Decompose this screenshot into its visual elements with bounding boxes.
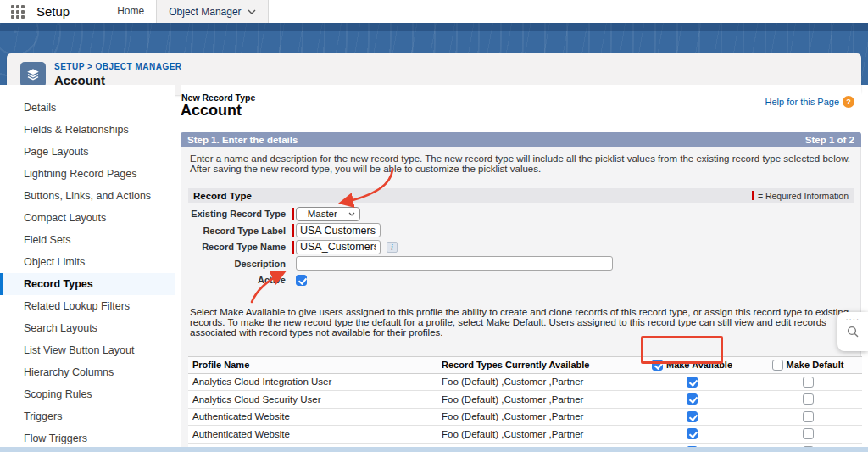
chevron-down-icon — [348, 212, 355, 216]
form-row-existing-record-type: Existing Record Type --Master-- — [188, 207, 854, 220]
sidebar-item-page-layouts[interactable]: Page Layouts — [0, 141, 175, 163]
help-link-label[interactable]: Help for this Page — [765, 97, 839, 107]
salesforce-setup-page: Setup Home Object Manager SETUP > OBJECT… — [0, 0, 868, 452]
profile-name-cell: Analytics Cloud Security User — [188, 394, 440, 405]
sidebar-item-compact-layouts[interactable]: Compact Layouts — [0, 207, 175, 229]
object-manager-sidebar: Details Fields & Relationships Page Layo… — [0, 85, 175, 447]
sidebar-item-scoping-rules[interactable]: Scoping Rules — [0, 383, 175, 405]
app-launcher-icon[interactable] — [11, 3, 28, 20]
record-type-form: Existing Record Type --Master-- Record T… — [188, 207, 854, 287]
sidebar-item-fields-relationships[interactable]: Fields & Relationships — [0, 119, 175, 141]
profiles-table-header: Profile Name Record Types Currently Avai… — [188, 356, 862, 374]
make-available-checkbox[interactable] — [687, 411, 698, 422]
page-title: Account — [181, 102, 242, 120]
make-default-checkbox[interactable] — [803, 377, 814, 388]
description-label: Description — [188, 259, 292, 269]
existing-record-type-label: Existing Record Type — [188, 209, 292, 219]
record-type-name-input[interactable] — [296, 240, 381, 254]
make-available-help-text: Select Make Available to give users assi… — [190, 307, 852, 338]
table-row: Authenticated Website Foo (Default) ,Cus… — [188, 426, 862, 444]
profile-name-cell: Analytics Cloud Integration User — [188, 377, 440, 387]
record-type-label-input[interactable] — [296, 223, 381, 237]
record-type-label-label: Record Type Label — [188, 226, 292, 236]
description-input[interactable] — [296, 256, 613, 271]
col-record-types: Record Types Currently Available — [440, 360, 631, 370]
tab-object-manager-label: Object Manager — [169, 1, 241, 23]
record-type-name-label: Record Type Name — [188, 242, 292, 252]
tab-object-manager[interactable]: Object Manager — [156, 0, 268, 23]
required-bar-icon — [752, 191, 754, 200]
app-title: Setup — [36, 0, 70, 23]
table-row: Authenticated Website Foo (Default) ,Cus… — [188, 409, 862, 427]
record-types-cell: Foo (Default) ,Customer ,Partner — [440, 377, 631, 387]
app-bar: Setup Home Object Manager — [0, 0, 868, 23]
required-note-label: = Required Information — [758, 191, 849, 201]
table-row: Analytics Cloud Integration User Foo (De… — [188, 374, 862, 392]
col-make-default: Make Default — [754, 360, 862, 371]
sidebar-item-object-limits[interactable]: Object Limits — [0, 251, 175, 273]
sidebar-item-search-layouts[interactable]: Search Layouts — [0, 317, 175, 339]
step-body: Enter a name and description for the new… — [181, 147, 861, 452]
profiles-table: Profile Name Record Types Currently Avai… — [188, 356, 862, 452]
table-row: Analytics Cloud Security User Foo (Defau… — [188, 391, 862, 409]
object-layers-icon — [20, 62, 46, 87]
make-available-header-checkbox[interactable] — [652, 360, 663, 371]
sidebar-item-related-lookup-filters[interactable]: Related Lookup Filters — [0, 295, 175, 317]
banner-top-strip — [0, 23, 868, 31]
make-default-checkbox[interactable] — [803, 428, 814, 439]
form-row-description: Description — [188, 257, 854, 271]
help-for-this-page[interactable]: Help for this Page ? — [765, 96, 854, 108]
sidebar-item-lightning-record-pages[interactable]: Lightning Record Pages — [0, 163, 175, 185]
existing-record-type-value: --Master-- — [301, 209, 343, 219]
active-label: Active — [188, 275, 292, 285]
col-make-available: Make Available — [631, 360, 754, 371]
sidebar-item-field-sets[interactable]: Field Sets — [0, 229, 175, 251]
required-information-note: = Required Information — [752, 191, 849, 201]
step-indicator: Step 1 of 2 — [805, 135, 854, 145]
required-bar-icon — [292, 224, 294, 237]
record-types-cell: Foo (Default) ,Customer ,Partner — [440, 394, 631, 405]
make-available-checkbox[interactable] — [687, 377, 698, 388]
main-content: New Record Type Account Help for this Pa… — [181, 85, 861, 447]
step-header: Step 1. Enter the details Step 1 of 2 — [181, 132, 861, 147]
make-default-header-label: Make Default — [787, 360, 844, 370]
col-profile-name: Profile Name — [188, 360, 440, 370]
make-available-header-label: Make Available — [666, 360, 732, 370]
profile-name-cell: Authenticated Website — [188, 411, 440, 421]
record-types-cell: Foo (Default) ,Customer ,Partner — [440, 411, 631, 421]
step-title: Step 1. Enter the details — [187, 135, 298, 145]
sidebar-item-list-view-button-layout[interactable]: List View Button Layout — [0, 339, 175, 361]
sidebar-item-record-types[interactable]: Record Types — [0, 273, 175, 295]
help-question-icon[interactable]: ? — [843, 96, 854, 108]
step-description: Enter a name and description for the new… — [190, 153, 852, 174]
profile-name-cell: Authenticated Website — [188, 429, 440, 439]
page-bottom-edge — [0, 447, 868, 452]
sidebar-item-buttons-links-actions[interactable]: Buttons, Links, and Actions — [0, 185, 175, 207]
existing-record-type-select[interactable]: --Master-- — [296, 207, 360, 221]
record-type-section-title: Record Type — [193, 191, 252, 201]
make-available-checkbox[interactable] — [687, 393, 698, 405]
step-box: Step 1. Enter the details Step 1 of 2 En… — [181, 132, 861, 452]
sidebar-item-triggers[interactable]: Triggers — [0, 405, 175, 427]
make-default-checkbox[interactable] — [803, 411, 814, 422]
setup-banner: SETUP > OBJECT MANAGER Account — [0, 23, 868, 85]
sidebar-item-hierarchy-columns[interactable]: Hierarchy Columns — [0, 361, 175, 383]
sidebar-item-details[interactable]: Details — [0, 97, 175, 119]
breadcrumb[interactable]: SETUP > OBJECT MANAGER — [54, 62, 182, 71]
screenshot-tool-widget[interactable]: ···· — [837, 312, 868, 351]
make-available-checkbox[interactable] — [687, 428, 698, 439]
required-bar-icon — [292, 208, 294, 220]
record-types-cell: Foo (Default) ,Customer ,Partner — [440, 429, 631, 439]
make-default-header-checkbox[interactable] — [772, 360, 783, 371]
make-default-checkbox[interactable] — [803, 393, 814, 405]
info-icon[interactable]: i — [387, 242, 398, 253]
widget-dots: ···· — [846, 316, 860, 323]
record-type-section-header: Record Type = Required Information — [188, 188, 854, 203]
required-bar-icon — [292, 241, 294, 254]
active-checkbox[interactable] — [296, 275, 307, 286]
chevron-down-icon — [248, 9, 256, 14]
form-row-record-type-name: Record Type Name i — [188, 240, 854, 254]
tab-home[interactable]: Home — [105, 0, 156, 23]
magnifier-icon[interactable] — [846, 325, 860, 338]
form-row-active: Active — [188, 273, 854, 287]
